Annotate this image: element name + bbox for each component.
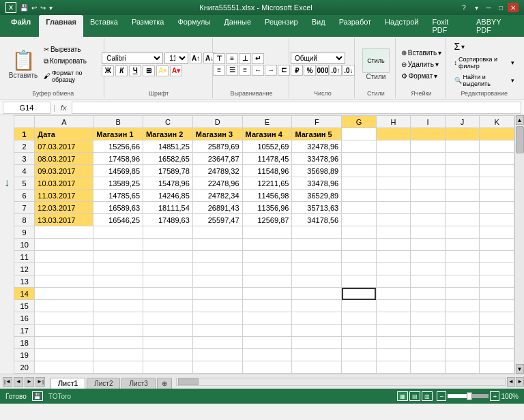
cell-J5[interactable] [445, 177, 480, 190]
sheet-tab-add[interactable]: ⊕ [157, 378, 172, 389]
vscroll-thumb[interactable] [516, 126, 524, 153]
delete-cells-button[interactable]: ⊖ Удалить▾ [398, 59, 444, 70]
cell-A2[interactable]: 07.03.2017 [35, 140, 93, 153]
col-header-G[interactable]: G [342, 116, 377, 128]
col-header-I[interactable]: I [411, 116, 446, 128]
italic-btn[interactable]: К [115, 65, 128, 76]
row-num-8[interactable]: 8 [14, 214, 35, 226]
cell-E1[interactable]: Магазин 4 [242, 128, 292, 140]
indent-decrease-btn[interactable]: ← [252, 65, 264, 76]
cell-D6[interactable]: 24782,34 [192, 190, 242, 202]
sheet-nav-next[interactable]: ► [25, 377, 34, 387]
cell-B8[interactable]: 16546,25 [93, 214, 143, 226]
page-layout-btn[interactable]: ▤ [409, 391, 420, 401]
undo-qa-btn[interactable]: ↩ [31, 3, 38, 12]
cell-B2[interactable]: 15256,66 [93, 140, 143, 153]
tab-developer[interactable]: Разработ [332, 15, 378, 37]
cell-F5[interactable]: 33478,96 [292, 177, 342, 190]
cell-H6[interactable] [376, 190, 411, 202]
cell-I3[interactable] [411, 153, 446, 165]
cell-F6[interactable]: 36529,89 [292, 190, 342, 202]
cell-C2[interactable]: 14851,25 [143, 140, 193, 153]
cell-F7[interactable]: 35713,63 [292, 202, 342, 214]
cell-B7[interactable]: 16589,63 [93, 202, 143, 214]
zoom-slider-thumb[interactable] [467, 392, 472, 400]
cell-A7[interactable]: 12.03.2017 [35, 202, 93, 214]
cell-E7[interactable]: 11356,96 [242, 202, 292, 214]
align-right-btn[interactable]: ≡ [239, 65, 251, 76]
cell-reference-box[interactable] [3, 102, 50, 114]
cell-J7[interactable] [445, 202, 480, 214]
find-select-button[interactable]: 🔍 Найти и выделить▾ [452, 72, 517, 89]
cut-button[interactable]: ✂ Вырезать [41, 44, 100, 55]
cell-A5[interactable]: 10.03.2017 [35, 177, 93, 190]
status-save-icon[interactable]: 💾 [32, 391, 43, 401]
underline-btn[interactable]: Ч [129, 65, 141, 76]
insert-cells-button[interactable]: ⊕ Вставить▾ [398, 48, 444, 58]
cell-J8[interactable] [445, 214, 480, 226]
sheet-tab-1[interactable]: Лист1 [50, 378, 85, 389]
tab-foxit[interactable]: Foxit PDF [426, 15, 470, 37]
row-num-16[interactable]: 16 [14, 312, 35, 325]
increase-decimal-btn[interactable]: .0↑ [330, 65, 342, 76]
row-num-13[interactable]: 13 [14, 275, 35, 288]
row-num-2[interactable]: 2 [14, 140, 35, 153]
cell-I6[interactable] [411, 190, 446, 202]
sheet-nav-last[interactable]: ►| [35, 377, 45, 387]
cell-A1[interactable]: Дата [35, 128, 93, 140]
cell-J3[interactable] [445, 153, 480, 165]
cell-H1[interactable] [376, 128, 411, 140]
tab-review[interactable]: Рецензир [258, 15, 305, 37]
cell-E5[interactable]: 12211,65 [242, 177, 292, 190]
indent-increase-btn[interactable]: → [265, 65, 277, 76]
cell-D4[interactable]: 24789,32 [192, 165, 242, 177]
cell-F2[interactable]: 32478,96 [292, 140, 342, 153]
tab-data[interactable]: Данные [217, 15, 258, 37]
tab-layout[interactable]: Разметка [125, 15, 171, 37]
bold-btn[interactable]: Ж [102, 65, 114, 76]
col-header-E[interactable]: E [242, 116, 292, 128]
cell-K6[interactable] [480, 190, 514, 202]
border-btn[interactable]: ⊞ [143, 65, 155, 76]
cell-D3[interactable]: 23647,87 [192, 153, 242, 165]
cell-A6[interactable]: 11.03.2017 [35, 190, 93, 202]
cell-H3[interactable] [376, 153, 411, 165]
cell-F1[interactable]: Магазин 5 [292, 128, 342, 140]
tab-addins[interactable]: Надстрой [378, 15, 425, 37]
sheet-tab-2[interactable]: Лист2 [87, 378, 120, 389]
row-num-1[interactable]: 1 [14, 128, 35, 140]
cell-H7[interactable] [376, 202, 411, 214]
sheet-nav-first[interactable]: |◄ [3, 377, 12, 387]
row-num-19[interactable]: 19 [14, 349, 35, 361]
zoom-slider[interactable] [448, 394, 489, 398]
spreadsheet-scroll-area[interactable]: A B C D E F G H I J K [14, 115, 514, 374]
cell-C7[interactable]: 18111,54 [143, 202, 193, 214]
cell-K2[interactable] [480, 140, 514, 153]
redo-qa-btn[interactable]: ↪ [40, 3, 46, 12]
cell-E3[interactable]: 11478,45 [242, 153, 292, 165]
font-name-select[interactable]: Calibri [102, 52, 163, 64]
wrap-text-btn[interactable]: ↵ [252, 53, 264, 64]
cell-I4[interactable] [411, 165, 446, 177]
font-size-select[interactable]: 11 [164, 52, 188, 64]
tab-file[interactable]: Файл [3, 15, 39, 37]
cell-H5[interactable] [376, 177, 411, 190]
cell-D5[interactable]: 22478,96 [192, 177, 242, 190]
cell-B4[interactable]: 14569,85 [93, 165, 143, 177]
cell-G8[interactable] [342, 214, 377, 226]
normal-view-btn[interactable]: ▦ [397, 391, 408, 401]
cell-D7[interactable]: 26891,43 [192, 202, 242, 214]
cell-G4[interactable] [342, 165, 377, 177]
zoom-out-btn[interactable]: − [437, 391, 446, 401]
tab-insert[interactable]: Вставка [83, 15, 125, 37]
cell-K3[interactable] [480, 153, 514, 165]
font-color-btn[interactable]: А▾ [170, 65, 182, 76]
cell-G14[interactable] [342, 288, 377, 300]
cell-C6[interactable]: 14246,85 [143, 190, 193, 202]
minimize-btn[interactable]: ─ [483, 3, 494, 12]
tab-formulas[interactable]: Формулы [171, 15, 217, 37]
cell-A3[interactable]: 08.03.2017 [35, 153, 93, 165]
merge-btn[interactable]: ⊏ [278, 65, 290, 76]
cell-B5[interactable]: 13589,25 [93, 177, 143, 190]
hscroll-left-btn[interactable]: ◄ [507, 377, 515, 387]
